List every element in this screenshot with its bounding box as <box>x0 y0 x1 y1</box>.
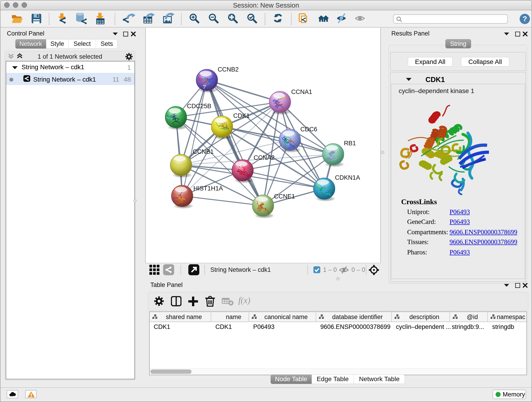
svg-text:CCNA1: CCNA1 <box>291 89 312 95</box>
svg-text:RB1: RB1 <box>344 140 356 147</box>
svg-text:CDK1: CDK1 <box>233 112 250 119</box>
svg-text:CDC25B: CDC25B <box>187 103 211 109</box>
svg-text:CCNA2: CCNA2 <box>254 154 275 161</box>
svg-text:CCNB1: CCNB1 <box>193 148 214 155</box>
svg-text:CDC6: CDC6 <box>300 126 317 133</box>
svg-text:CCNB2: CCNB2 <box>218 66 239 73</box>
svg-text:CCNE1: CCNE1 <box>274 193 295 200</box>
svg-text:CDKN1A: CDKN1A <box>335 174 360 181</box>
svg-text:HIST1H1A: HIST1H1A <box>193 185 223 192</box>
